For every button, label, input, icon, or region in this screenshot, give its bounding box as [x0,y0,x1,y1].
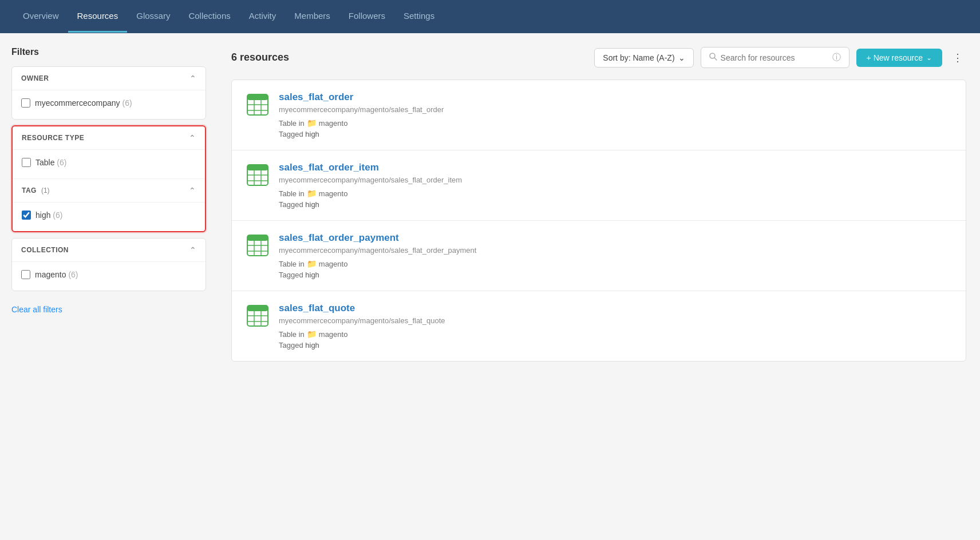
nav-members[interactable]: Members [285,1,339,33]
resource-info: sales_flat_quote myecommercecompany/mage… [279,303,952,350]
nav-collections[interactable]: Collections [179,1,239,33]
chevron-up-icon-collection: ⌃ [189,245,196,255]
nav-followers[interactable]: Followers [339,1,394,33]
nav-settings[interactable]: Settings [394,1,444,33]
sort-label: Sort by: Name (A-Z) [603,53,674,62]
resource-item[interactable]: sales_flat_quote myecommercecompany/mage… [232,291,966,361]
search-input[interactable] [721,53,829,62]
nav-activity[interactable]: Activity [240,1,286,33]
collection-name: magento [319,330,348,339]
checkbox-high[interactable] [22,211,31,220]
resource-tag: Tagged high [279,341,952,350]
top-navigation: Overview Resources Glossary Collections … [0,0,980,33]
checkbox-myecommercecompany[interactable] [21,98,30,108]
svg-rect-15 [247,235,268,241]
resource-meta: Table in 📁 magento [279,118,952,128]
filters-title: Filters [11,47,206,57]
sidebar-filters: Filters OWNER ⌃ myecommercecompany (6) [0,33,218,540]
table-icon [246,163,270,187]
new-resource-button[interactable]: + New resource ⌄ [856,49,942,67]
filter-section-resource-type-tag: RESOURCE TYPE ⌃ Table (6) TAG (1) ⌃ [11,125,206,232]
resources-count: 6 resources [231,51,289,63]
nav-resources[interactable]: Resources [68,1,128,33]
resource-name: sales_flat_order_payment [279,232,952,244]
collection-icon: 📁 [307,189,317,198]
resource-meta: Table in 📁 magento [279,329,952,339]
svg-line-1 [714,57,716,59]
search-icon [709,53,717,63]
resource-info: sales_flat_order myecommercecompany/mage… [279,92,952,138]
resource-item[interactable]: sales_flat_order_item myecommercecompany… [232,150,966,221]
checkbox-table[interactable] [22,158,31,167]
resource-list: sales_flat_order myecommercecompany/mage… [231,80,966,362]
help-icon[interactable]: ⓘ [832,52,841,63]
chevron-up-icon-tag: ⌃ [189,186,196,195]
resources-panel: 6 resources Sort by: Name (A-Z) ⌄ [218,33,980,540]
resource-path: myecommercecompany/magento/sales_flat_or… [279,176,952,184]
filter-label-collection: COLLECTION [21,246,69,254]
filter-label-resource-type: RESOURCE TYPE [22,134,84,142]
filter-body-resource-type: Table (6) [13,149,205,178]
resource-name: sales_flat_order [279,92,952,103]
resource-info: sales_flat_order_payment myecommercecomp… [279,232,952,279]
resource-meta: Table in 📁 magento [279,259,952,268]
tag-value: high [305,341,319,350]
filter-item-label: myecommercecompany (6) [35,98,132,108]
collection-name: magento [319,260,348,268]
chevron-up-icon-owner: ⌃ [189,74,196,83]
resource-meta: Table in 📁 magento [279,189,952,198]
table-icon [246,93,270,117]
resources-header: 6 resources Sort by: Name (A-Z) ⌄ [231,47,966,68]
collection-name: magento [319,189,348,198]
tag-value: high [305,271,319,279]
search-box: ⓘ [701,47,849,68]
chevron-up-icon-resource-type: ⌃ [189,133,196,142]
resource-path: myecommercecompany/magento/sales_flat_or… [279,246,952,255]
resource-item[interactable]: sales_flat_order myecommercecompany/mage… [232,80,966,150]
resource-tag: Tagged high [279,271,952,279]
nav-overview[interactable]: Overview [14,1,68,33]
nav-glossary[interactable]: Glossary [127,1,179,33]
sort-dropdown[interactable]: Sort by: Name (A-Z) ⌄ [594,48,693,68]
header-right: Sort by: Name (A-Z) ⌄ ⓘ + [594,47,966,68]
filter-section-collection: COLLECTION ⌃ magento (6) [11,238,206,291]
resource-name: sales_flat_quote [279,303,952,314]
filter-body-tag: high (6) [13,202,205,231]
clear-all-filters[interactable]: Clear all filters [11,305,62,314]
tag-value: high [305,200,319,209]
filter-header-resource-type[interactable]: RESOURCE TYPE ⌃ [13,126,205,149]
filter-item-label-high: high (6) [35,211,62,220]
resource-tag: Tagged high [279,130,952,138]
filter-body-collection: magento (6) [12,261,206,291]
more-options-icon[interactable]: ⋮ [949,48,966,68]
filter-item-label-table: Table (6) [35,158,66,167]
table-icon [246,233,270,257]
filter-body-owner: myecommercecompany (6) [12,90,206,119]
new-resource-label: + New resource [867,53,923,62]
filter-header-owner[interactable]: OWNER ⌃ [12,67,206,90]
table-icon [246,304,270,328]
svg-rect-9 [247,165,268,170]
main-container: Filters OWNER ⌃ myecommercecompany (6) [0,33,980,540]
collection-icon: 📁 [307,118,317,128]
resource-item[interactable]: sales_flat_order_payment myecommercecomp… [232,221,966,291]
filter-item-high[interactable]: high (6) [22,207,196,223]
resource-info: sales_flat_order_item myecommercecompany… [279,162,952,209]
filter-count-tag: (1) [41,186,50,194]
filter-section-owner: OWNER ⌃ myecommercecompany (6) [11,66,206,120]
svg-rect-3 [247,94,268,100]
filter-item-myecommercecompany[interactable]: myecommercecompany (6) [21,95,196,111]
collection-icon: 📁 [307,329,317,339]
chevron-down-icon-btn: ⌄ [926,54,932,62]
checkbox-magento[interactable] [21,270,30,279]
filter-header-tag[interactable]: TAG (1) ⌃ [13,179,205,202]
collection-icon: 📁 [307,259,317,268]
svg-rect-21 [247,305,268,311]
resource-path: myecommercecompany/magento/sales_flat_or… [279,105,952,114]
resource-path: myecommercecompany/magento/sales_flat_qu… [279,316,952,325]
filter-item-magento[interactable]: magento (6) [21,267,196,283]
filter-item-label-magento: magento (6) [35,270,78,279]
filter-label-owner: OWNER [21,74,49,82]
filter-item-table[interactable]: Table (6) [22,154,196,170]
filter-header-collection[interactable]: COLLECTION ⌃ [12,239,206,261]
